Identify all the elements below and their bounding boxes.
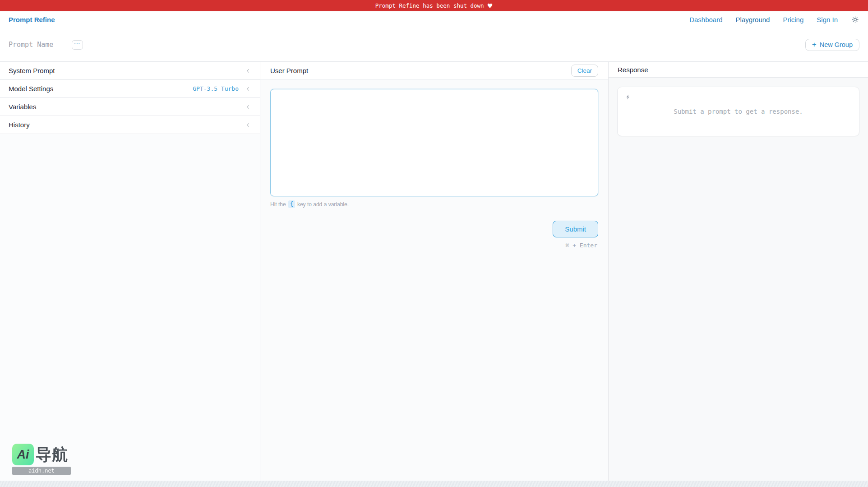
more-options-button[interactable]: ··· [72,40,83,50]
nav-signin[interactable]: Sign In [817,16,838,23]
sidebar-item-label: Model Settings [9,85,53,93]
main-nav: Dashboard Playground Pricing Sign In [689,15,859,24]
nav-dashboard[interactable]: Dashboard [689,16,722,23]
chevron-left-icon [245,104,251,110]
user-prompt-header: User Prompt Clear [260,62,608,79]
ellipsis-icon: ··· [74,41,81,46]
clear-button[interactable]: Clear [571,65,598,77]
chevron-left-icon [245,68,251,74]
sidebar-item-label: Variables [9,103,36,111]
response-header: Response [609,62,868,78]
sun-icon [852,16,859,23]
content-area: System Prompt Model Settings GPT-3.5 Tur… [0,61,868,481]
prompt-toolbar: ··· + New Group [0,28,868,61]
user-prompt-textarea[interactable] [270,89,598,196]
hint-suffix: key to add a variable. [297,201,349,208]
new-group-button[interactable]: + New Group [805,39,859,51]
user-prompt-panel: User Prompt Clear Hit the { key to add a… [260,62,609,481]
response-body: Submit a prompt to get a response. [609,78,868,145]
sidebar-item-history[interactable]: History [0,116,260,134]
new-group-label: New Group [820,41,853,48]
aidh-logo-title: 导航 [36,444,68,465]
user-prompt-title: User Prompt [270,67,308,74]
response-panel: Response Submit a prompt to get a respon… [609,62,868,481]
heart-icon: ♥ [487,3,493,9]
chevron-left-icon [245,122,251,128]
settings-sidebar: System Prompt Model Settings GPT-3.5 Tur… [0,62,260,481]
shutdown-banner-text: Prompt Refine has been shut down [375,2,484,9]
aidh-domain-bar: aidh.net [12,467,71,475]
submit-shortcut: ⌘ + Enter [566,242,598,249]
aidh-watermark: Ai 导航 aidh.net [12,444,71,475]
lightning-bolt-icon [625,94,631,100]
shutdown-banner: Prompt Refine has been shut down ♥ [0,0,868,11]
response-placeholder-text: Submit a prompt to get a response. [674,108,803,115]
sidebar-item-label: System Prompt [9,67,55,74]
sidebar-item-label: History [9,121,30,129]
sidebar-item-system-prompt[interactable]: System Prompt [0,62,260,80]
app-root: Prompt Refine has been shut down ♥ Promp… [0,0,868,487]
nav-playground[interactable]: Playground [736,16,770,23]
chevron-left-icon [245,86,251,92]
aidh-logo-badge: Ai [12,444,34,465]
user-prompt-body: Hit the { key to add a variable. Submit … [260,79,608,258]
sidebar-item-variables[interactable]: Variables [0,98,260,116]
aidh-domain-text: aidh.net [28,468,55,474]
prompt-name-input[interactable] [9,41,67,49]
submit-button[interactable]: Submit [553,221,598,237]
response-title: Response [618,66,648,74]
top-navbar: Prompt Refine Dashboard Playground Prici… [0,11,868,28]
variable-hint: Hit the { key to add a variable. [270,200,598,208]
horizontal-scrollbar[interactable] [0,481,868,487]
brace-key-badge: { [288,200,295,208]
nav-pricing[interactable]: Pricing [783,16,803,23]
plus-icon: + [812,41,817,48]
response-card: Submit a prompt to get a response. [617,87,859,136]
app-logo[interactable]: Prompt Refine [9,16,55,23]
sidebar-item-model-settings[interactable]: Model Settings GPT-3.5 Turbo [0,80,260,98]
theme-toggle-button[interactable] [851,15,859,24]
model-name-value: GPT-3.5 Turbo [193,85,239,92]
hint-prefix: Hit the [270,201,286,208]
